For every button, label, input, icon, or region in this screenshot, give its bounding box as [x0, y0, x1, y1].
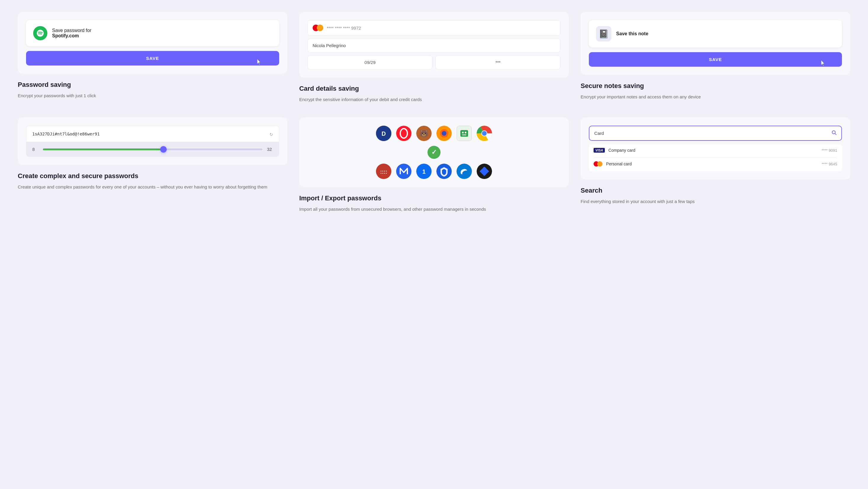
password-saving-title: Password saving [18, 81, 287, 89]
note-card-text: Save this note [616, 31, 648, 36]
password-generator-section: 1sA327DJi#nt7l&od@!e86wer91 ↻ 8 32 Creat… [18, 117, 287, 213]
robot-icon [457, 126, 472, 141]
chrome-icon [477, 126, 492, 141]
nordpass-icon [396, 164, 411, 179]
svg-text:🐻: 🐻 [420, 129, 428, 138]
svg-point-2 [396, 126, 411, 141]
cc-form: **** **** **** 9972 Nicola Pellegrino 09… [308, 20, 561, 69]
cc-number-value: **** **** **** 9972 [327, 26, 361, 31]
personal-card-number: **** 9645 [822, 162, 837, 166]
generator-title: Create complex and secure passwords [18, 172, 287, 180]
svg-rect-11 [462, 132, 464, 133]
company-card-result[interactable]: VISA Company card **** 9091 [589, 144, 842, 156]
save-note-label: Save this note [616, 31, 648, 36]
search-section: Card VISA Company card **** 9091 [581, 117, 850, 213]
svg-point-8 [442, 131, 446, 136]
card-saving-desc: Encrypt the sensitive information of you… [299, 96, 569, 103]
hashnode-icon [477, 164, 492, 179]
password-card-inner: Save password for Spotify.com [26, 20, 279, 46]
bitwarden-icon [436, 164, 452, 179]
cc-number-field: **** **** **** 9972 [308, 20, 561, 35]
note-card-inner: 📓 Save this note [589, 20, 842, 48]
opera-icon [396, 126, 411, 141]
card-details-card-preview: **** **** **** 9972 Nicola Pellegrino 09… [299, 12, 569, 78]
search-desc: Find everything stored in your account w… [581, 198, 850, 205]
generator-input-wrapper: 1sA327DJi#nt7l&od@!e86wer91 ↻ 8 32 [26, 126, 279, 157]
slider-track[interactable] [43, 148, 262, 150]
import-export-section: D 🐻 [299, 117, 569, 213]
slider-min-label: 8 [32, 147, 38, 152]
dashlane-red-icon: :::: [376, 164, 391, 179]
password-saving-section: Save password for Spotify.com SAVE Passw… [18, 12, 287, 103]
search-card-preview: Card VISA Company card **** 9091 [581, 117, 850, 180]
slider-container: 8 32 [26, 142, 279, 156]
firefox-icon [436, 126, 452, 141]
company-card-number: **** 9091 [822, 148, 837, 153]
cc-name-field: Nicola Pellegrino [308, 38, 561, 53]
note-icon: 📓 [596, 26, 611, 41]
onepassword-icon: 1 [416, 164, 432, 179]
card-saving-title: Card details saving [299, 85, 569, 92]
svg-rect-12 [465, 132, 467, 133]
slider-max-label: 32 [267, 147, 273, 152]
cc-name-value: Nicola Pellegrino [313, 43, 346, 48]
search-title: Search [581, 187, 850, 194]
svg-line-27 [835, 133, 836, 135]
browser-row-bottom: :::: 1 [376, 164, 492, 179]
company-card-left: VISA Company card [594, 148, 635, 153]
generator-input-row: 1sA327DJi#nt7l&od@!e86wer91 ↻ [26, 126, 279, 142]
secure-notes-desc: Encrypt your important notes and access … [581, 93, 850, 100]
svg-text:D: D [381, 131, 386, 137]
search-icon [831, 130, 837, 137]
svg-point-17 [482, 131, 487, 136]
personal-card-left: Personal card [594, 161, 631, 167]
password-saving-desc: Encrypt your passwords with just 1 click [18, 92, 287, 99]
spotify-domain-label: Spotify.com [52, 33, 91, 38]
refresh-icon[interactable]: ↻ [270, 131, 273, 137]
browsers-card: D 🐻 [299, 117, 569, 187]
cc-cvv-field: *** [435, 55, 560, 69]
import-export-title: Import / Export passwords [299, 194, 569, 202]
generated-password-value: 1sA327DJi#nt7l&od@!e86wer91 [32, 132, 100, 136]
visa-badge: VISA [594, 148, 605, 153]
dashlane-icon: D [376, 126, 391, 141]
check-badge: ✓ [428, 146, 440, 159]
check-badge-row: ✓ [428, 146, 440, 159]
password-card-text: Save password for Spotify.com [52, 28, 91, 38]
svg-point-20 [396, 164, 411, 179]
personal-card-name: Personal card [606, 162, 631, 166]
generator-desc: Create unique and complex passwords for … [18, 183, 287, 191]
spotify-logo-icon [33, 26, 48, 40]
save-password-label: Save password for [52, 28, 91, 33]
note-save-button[interactable]: SAVE [589, 52, 842, 67]
search-results: VISA Company card **** 9091 Personal car… [589, 144, 842, 171]
svg-point-24 [457, 164, 472, 179]
svg-rect-13 [462, 135, 467, 136]
search-input-row: Card [589, 126, 842, 141]
company-card-name: Company card [608, 148, 635, 153]
secure-notes-section: 📓 Save this note SAVE Secure notes savin… [581, 12, 850, 103]
bear-icon: 🐻 [416, 126, 432, 141]
slider-fill [43, 148, 163, 150]
svg-rect-10 [460, 130, 468, 137]
svg-text:::::: :::: [380, 169, 387, 175]
password-save-button[interactable]: SAVE [26, 51, 279, 65]
personal-mastercard-icon [594, 161, 602, 167]
edge-icon [457, 164, 472, 179]
svg-text:1: 1 [422, 168, 426, 175]
import-export-desc: Import all your passwords from unsecured… [299, 206, 569, 213]
search-input-value[interactable]: Card [594, 131, 604, 136]
browser-row-top: D 🐻 [376, 126, 492, 141]
generator-card: 1sA327DJi#nt7l&od@!e86wer91 ↻ 8 32 [18, 117, 287, 165]
mastercard-icon [313, 25, 323, 31]
cc-bottom-row: 09/29 *** [308, 55, 561, 69]
secure-notes-title: Secure notes saving [581, 82, 850, 90]
password-saving-card-preview: Save password for Spotify.com SAVE [18, 12, 287, 74]
card-details-section: **** **** **** 9972 Nicola Pellegrino 09… [299, 12, 569, 103]
slider-thumb[interactable] [160, 146, 167, 153]
secure-notes-card-preview: 📓 Save this note SAVE [581, 12, 850, 75]
cc-expiry-field: 09/29 [308, 55, 433, 69]
personal-card-result[interactable]: Personal card **** 9645 [589, 158, 842, 170]
